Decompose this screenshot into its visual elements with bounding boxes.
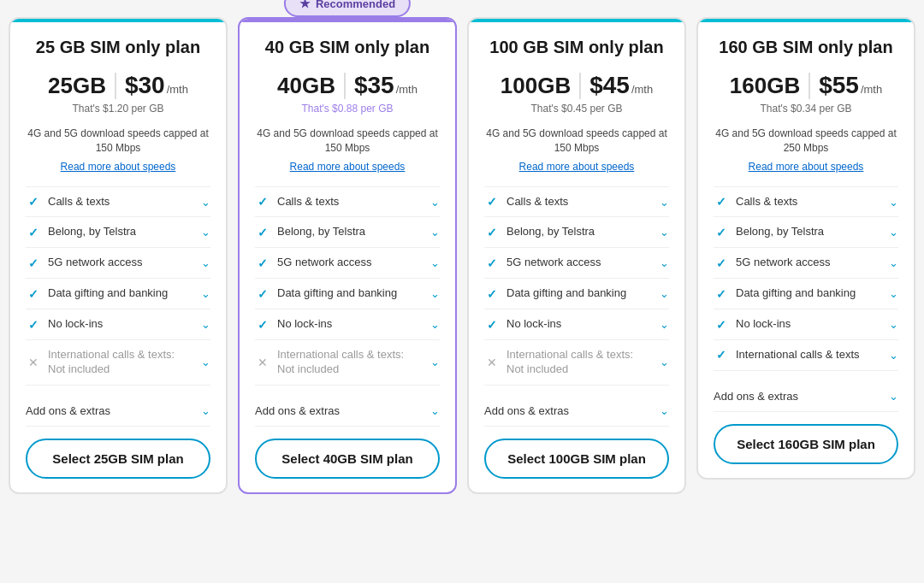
feature-label: Data gifting and banking bbox=[277, 286, 424, 301]
check-icon: ✓ bbox=[714, 287, 729, 301]
price-per-gb: That's $0.34 per GB bbox=[714, 103, 898, 115]
feature-label: 5G network access bbox=[277, 256, 424, 270]
addons-row[interactable]: Add ons & extras ⌄ bbox=[714, 381, 898, 412]
feature-label: No lock-ins bbox=[48, 317, 194, 332]
feature-item[interactable]: ✓No lock-ins⌄ bbox=[714, 309, 898, 340]
addons-label: Add ons & extras bbox=[255, 404, 424, 417]
feature-item[interactable]: ✓Calls & texts⌄ bbox=[484, 187, 669, 218]
addons-row[interactable]: Add ons & extras ⌄ bbox=[26, 396, 210, 427]
addons-row[interactable]: Add ons & extras ⌄ bbox=[255, 396, 440, 427]
feature-label: Calls & texts bbox=[48, 195, 194, 209]
feature-item[interactable]: ✓5G network access⌄ bbox=[714, 248, 898, 279]
cross-icon: ✕ bbox=[484, 356, 500, 369]
price-gb: 25GB bbox=[48, 73, 116, 99]
feature-label: Data gifting and banking bbox=[506, 286, 653, 301]
check-icon: ✓ bbox=[714, 318, 729, 332]
select-plan-button-plan-40gb[interactable]: Select 40GB SIM plan bbox=[255, 439, 440, 479]
price-per-gb: That's $1.20 per GB bbox=[26, 103, 210, 115]
feature-item[interactable]: ✓International calls & texts⌄ bbox=[714, 340, 898, 371]
feature-item[interactable]: ✕International calls & texts: Not includ… bbox=[484, 340, 669, 386]
feature-item[interactable]: ✓5G network access⌄ bbox=[255, 248, 440, 279]
feature-item[interactable]: ✓Calls & texts⌄ bbox=[714, 187, 898, 218]
chevron-down-icon: ⌄ bbox=[660, 256, 669, 269]
chevron-down-icon: ⌄ bbox=[430, 256, 440, 269]
feature-item[interactable]: ✓Belong, by Telstra⌄ bbox=[484, 217, 669, 248]
check-icon: ✓ bbox=[255, 195, 270, 209]
feature-label: Belong, by Telstra bbox=[48, 225, 194, 239]
chevron-down-icon: ⌄ bbox=[889, 226, 898, 238]
check-icon: ✓ bbox=[255, 318, 270, 332]
plan-title: 25 GB SIM only plan bbox=[26, 36, 210, 58]
read-more-link[interactable]: Read more about speeds bbox=[484, 161, 669, 173]
select-plan-button-plan-100gb[interactable]: Select 100GB SIM plan bbox=[484, 439, 669, 479]
feature-item[interactable]: ✓Data gifting and banking⌄ bbox=[26, 279, 210, 309]
check-icon: ✓ bbox=[714, 256, 729, 270]
feature-item[interactable]: ✓Belong, by Telstra⌄ bbox=[714, 217, 898, 248]
feature-item[interactable]: ✓No lock-ins⌄ bbox=[26, 309, 210, 340]
price-gb: 100GB bbox=[500, 73, 581, 99]
feature-item[interactable]: ✓5G network access⌄ bbox=[26, 248, 210, 279]
feature-item[interactable]: ✓Calls & texts⌄ bbox=[255, 187, 440, 218]
check-icon: ✓ bbox=[714, 348, 729, 362]
feature-item[interactable]: ✓Data gifting and banking⌄ bbox=[255, 279, 440, 309]
feature-item[interactable]: ✓Belong, by Telstra⌄ bbox=[26, 217, 210, 248]
feature-label: 5G network access bbox=[48, 256, 194, 270]
price-row: 100GB $45 /mth bbox=[484, 72, 669, 99]
feature-label: Calls & texts bbox=[736, 195, 882, 209]
price-dollar: $45 bbox=[589, 72, 630, 99]
plan-card-plan-160gb: 160 GB SIM only plan 160GB $55 /mth That… bbox=[696, 17, 915, 480]
feature-label: International calls & texts: Not include… bbox=[277, 348, 424, 377]
read-more-link[interactable]: Read more about speeds bbox=[714, 161, 898, 173]
chevron-down-icon: ⌄ bbox=[660, 287, 669, 300]
chevron-down-icon: ⌄ bbox=[430, 356, 440, 368]
features-list: ✓Calls & texts⌄✓Belong, by Telstra⌄✓5G n… bbox=[484, 186, 669, 386]
feature-item[interactable]: ✓5G network access⌄ bbox=[484, 248, 669, 279]
check-icon: ✓ bbox=[255, 287, 270, 301]
chevron-down-icon: ⌄ bbox=[889, 256, 898, 269]
recommended-badge: ★Recommended bbox=[284, 0, 411, 17]
cross-icon: ✕ bbox=[26, 356, 41, 369]
feature-label: Calls & texts bbox=[277, 195, 424, 209]
features-list: ✓Calls & texts⌄✓Belong, by Telstra⌄✓5G n… bbox=[26, 186, 210, 386]
plan-card-plan-40gb: 40 GB SIM only plan 40GB $35 /mth That's… bbox=[238, 17, 457, 494]
chevron-down-icon: ⌄ bbox=[660, 356, 669, 368]
feature-item[interactable]: ✓Data gifting and banking⌄ bbox=[484, 279, 669, 309]
read-more-link[interactable]: Read more about speeds bbox=[255, 161, 440, 173]
chevron-down-icon: ⌄ bbox=[660, 404, 669, 417]
feature-label: No lock-ins bbox=[506, 317, 653, 332]
select-plan-button-plan-25gb[interactable]: Select 25GB SIM plan bbox=[26, 439, 210, 479]
chevron-down-icon: ⌄ bbox=[430, 226, 440, 238]
plan-card-plan-100gb: 100 GB SIM only plan 100GB $45 /mth That… bbox=[467, 17, 686, 494]
read-more-link[interactable]: Read more about speeds bbox=[26, 161, 210, 173]
feature-label: International calls & texts bbox=[736, 348, 882, 362]
check-icon: ✓ bbox=[26, 318, 41, 332]
addons-row[interactable]: Add ons & extras ⌄ bbox=[484, 396, 669, 427]
feature-item[interactable]: ✓No lock-ins⌄ bbox=[484, 309, 669, 340]
price-mth: /mth bbox=[396, 83, 418, 96]
price-dollar: $55 bbox=[819, 72, 859, 99]
feature-label: Belong, by Telstra bbox=[506, 225, 653, 239]
chevron-down-icon: ⌄ bbox=[889, 349, 898, 362]
feature-item[interactable]: ✕International calls & texts: Not includ… bbox=[255, 340, 440, 386]
feature-label: Belong, by Telstra bbox=[736, 225, 882, 239]
feature-item[interactable]: ✓Data gifting and banking⌄ bbox=[714, 279, 898, 309]
chevron-down-icon: ⌄ bbox=[430, 404, 440, 417]
price-amount: $55 /mth bbox=[810, 72, 882, 99]
feature-item[interactable]: ✓No lock-ins⌄ bbox=[255, 309, 440, 340]
speed-text: 4G and 5G download speeds capped at 150 … bbox=[255, 127, 440, 156]
chevron-down-icon: ⌄ bbox=[889, 318, 898, 331]
check-icon: ✓ bbox=[484, 256, 500, 270]
select-plan-button-plan-160gb[interactable]: Select 160GB SIM plan bbox=[714, 424, 898, 464]
addons-label: Add ons & extras bbox=[714, 390, 882, 403]
feature-label: No lock-ins bbox=[277, 317, 424, 332]
check-icon: ✓ bbox=[484, 318, 500, 332]
chevron-down-icon: ⌄ bbox=[660, 226, 669, 238]
chevron-down-icon: ⌄ bbox=[660, 196, 669, 209]
feature-item[interactable]: ✕International calls & texts: Not includ… bbox=[26, 340, 210, 386]
chevron-down-icon: ⌄ bbox=[430, 196, 440, 209]
feature-item[interactable]: ✓Calls & texts⌄ bbox=[26, 187, 210, 218]
check-icon: ✓ bbox=[484, 287, 500, 301]
feature-item[interactable]: ✓Belong, by Telstra⌄ bbox=[255, 217, 440, 248]
price-amount: $45 /mth bbox=[581, 72, 653, 99]
plan-wrapper-plan-25gb: 25 GB SIM only plan 25GB $30 /mth That's… bbox=[9, 17, 228, 494]
